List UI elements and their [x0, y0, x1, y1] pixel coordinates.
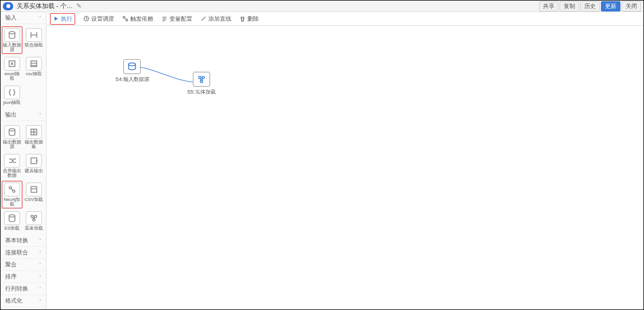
tool-label: 实体加载	[25, 226, 43, 231]
chevron-down-icon: ˅	[39, 238, 41, 243]
merge-out-icon	[8, 157, 16, 165]
title-bar: 关系实体加载 - 个… ✎ 共享 复制 历史 更新 关闭	[1, 1, 643, 12]
variables-icon	[161, 16, 168, 22]
svg-point-3	[9, 129, 15, 131]
tool-label: csv抽取	[26, 72, 42, 76]
node-input-source[interactable]: S4:输入数据源	[115, 59, 149, 83]
tool-input-source[interactable]: 输入数据源	[2, 26, 22, 54]
table-out-icon	[30, 157, 38, 165]
node-label: S5:实体加载	[187, 88, 216, 96]
svg-rect-8	[31, 187, 37, 192]
category-math[interactable]: 数学函数 ˅	[1, 307, 46, 309]
excel-icon	[8, 60, 16, 68]
es-icon	[8, 214, 16, 222]
toolbar-label: 变量配置	[169, 15, 192, 23]
category-label: 格式化	[5, 297, 22, 305]
tool-label: 输出数据集	[24, 140, 44, 149]
node-label: S4:输入数据源	[115, 76, 149, 83]
chevron-down-icon: ˅	[39, 274, 41, 280]
category-label: 连接联合	[5, 249, 28, 257]
chevron-down-icon: ˅	[39, 299, 41, 304]
toolbar-label: 添加直线	[208, 15, 231, 23]
node-entity-load[interactable]: S5:实体加载	[187, 72, 216, 96]
chevron-up-icon: ˄	[39, 16, 41, 21]
category-label: 排序	[5, 273, 17, 281]
merge-icon	[30, 31, 38, 39]
database-out-icon	[8, 128, 16, 136]
page-title: 关系实体加载 - 个…	[17, 2, 73, 10]
svg-point-0	[9, 32, 15, 34]
update-button[interactable]: 更新	[601, 1, 620, 11]
category-aggregate[interactable]: 聚合 ˅	[1, 259, 46, 271]
canvas-toolbar: 执行 设置调度 触发依赖 变量配置 添加直线 删除	[46, 12, 643, 26]
run-button[interactable]: 执行	[50, 13, 75, 25]
tool-label: json抽取	[3, 100, 21, 105]
trigger-button[interactable]: 触发依赖	[122, 15, 153, 23]
category-rowcol-transform[interactable]: 行列转换 ˅	[1, 283, 46, 295]
tool-csv-extract[interactable]: csv抽取	[24, 55, 44, 83]
toolbar-label: 触发依赖	[130, 15, 153, 23]
tool-label: 输入数据源	[2, 43, 22, 52]
database-icon	[127, 62, 137, 71]
tool-entity-load[interactable]: 实体加载	[24, 210, 44, 232]
tool-label: 合并输出数据	[2, 169, 22, 178]
toolbar-label: 设置调度	[91, 15, 114, 23]
tool-csv-load[interactable]: CSV加载	[24, 181, 44, 208]
tool-label: 建表输出	[25, 169, 43, 173]
category-label: 输入	[5, 14, 17, 22]
component-sidebar: 输入 ˄ 输入数据源 联合抽取 excel抽取 csv抽取 json抽取	[1, 12, 46, 309]
tool-excel-extract[interactable]: excel抽取	[2, 55, 22, 83]
tool-label: 联合抽取	[25, 43, 43, 48]
chevron-down-icon: ˅	[39, 250, 41, 255]
header-actions: 共享 复制 历史 更新 关闭	[539, 1, 641, 11]
edit-title-icon[interactable]: ✎	[76, 2, 82, 10]
tool-output-dataset[interactable]: 输出数据集	[24, 123, 44, 151]
chevron-up-icon: ˄	[39, 113, 41, 118]
dependency-icon	[122, 16, 129, 22]
tool-label: Neo4j加载	[2, 197, 22, 207]
tool-output-source[interactable]: 输出数据源	[2, 123, 22, 151]
tool-es-load[interactable]: ES加载	[2, 210, 22, 232]
toolbar-label: 删除	[247, 15, 259, 23]
category-format[interactable]: 格式化 ˅	[1, 295, 46, 307]
line-icon	[200, 16, 207, 22]
share-button[interactable]: 共享	[539, 1, 558, 11]
tool-label: 输出数据源	[2, 140, 22, 149]
chevron-down-icon: ˅	[39, 262, 41, 268]
tool-label: CSV加载	[25, 197, 43, 202]
category-join[interactable]: 连接联合 ˅	[1, 247, 46, 259]
csv-icon	[30, 60, 38, 68]
dataset-icon	[30, 128, 38, 136]
category-label: 聚合	[5, 261, 17, 269]
tool-json-extract[interactable]: json抽取	[2, 84, 22, 107]
category-sort[interactable]: 排序 ˅	[1, 271, 46, 283]
svg-point-17	[129, 63, 135, 66]
tool-merge-output[interactable]: 合并输出数据	[2, 152, 22, 180]
tool-table-output[interactable]: 建表输出	[24, 152, 44, 180]
category-label: 行列转换	[5, 285, 28, 293]
play-icon	[53, 16, 59, 22]
category-label: 输出	[5, 111, 17, 119]
schedule-button[interactable]: 设置调度	[83, 15, 114, 23]
copy-button[interactable]: 复制	[560, 1, 579, 11]
app-logo-icon	[3, 2, 13, 10]
database-icon	[8, 31, 16, 39]
category-input[interactable]: 输入 ˄	[1, 12, 46, 24]
category-output[interactable]: 输出 ˄	[1, 109, 46, 121]
csv-load-icon	[30, 185, 38, 193]
category-label: 数学函数	[5, 309, 28, 309]
workflow-canvas[interactable]: S4:输入数据源 S5:实体加载	[46, 26, 643, 309]
json-icon	[8, 88, 16, 96]
variables-button[interactable]: 变量配置	[161, 15, 192, 23]
tool-merge-extract[interactable]: 联合抽取	[24, 26, 44, 54]
category-basic-transform[interactable]: 基本转换 ˅	[1, 235, 46, 247]
add-line-button[interactable]: 添加直线	[200, 15, 231, 23]
close-button[interactable]: 关闭	[622, 1, 641, 11]
tool-label: excel抽取	[2, 72, 22, 81]
tool-neo4j-load[interactable]: Neo4j加载	[2, 181, 22, 208]
entity-icon	[30, 214, 38, 222]
history-button[interactable]: 历史	[580, 1, 600, 11]
delete-button[interactable]: 删除	[239, 15, 259, 23]
schedule-icon	[83, 16, 90, 22]
chevron-down-icon: ˅	[39, 286, 41, 292]
